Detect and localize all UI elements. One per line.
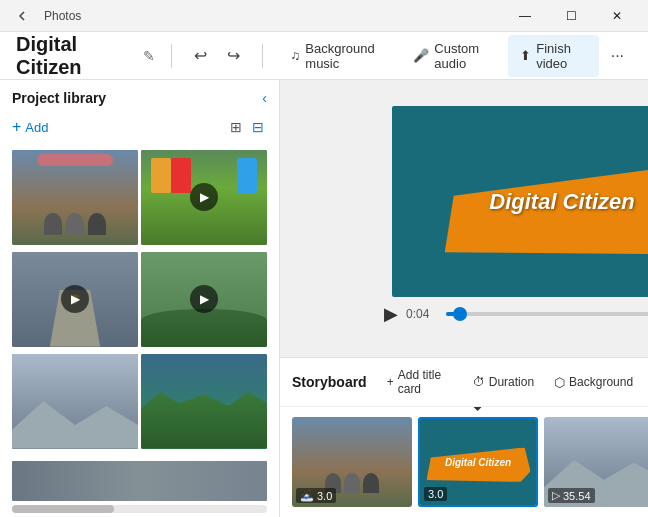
minimize-button[interactable]: — [502, 0, 548, 32]
undo-button[interactable]: ↩ [188, 42, 213, 69]
custom-audio-button[interactable]: 🎤 Custom audio [401, 35, 504, 77]
storyboard-item-selected[interactable]: Title card Digital Citizen 3.0 [418, 417, 538, 507]
storyboard-item-inner: ▷ 35.54 [544, 417, 648, 507]
preview-title: Digital Citizen [489, 189, 634, 215]
progress-handle[interactable] [453, 307, 467, 321]
media-item[interactable] [141, 354, 267, 449]
close-button[interactable]: ✕ [594, 0, 640, 32]
preview-brush-stroke [441, 167, 648, 265]
add-media-button[interactable]: + Add [12, 118, 48, 136]
panel-header: Project library ‹ [0, 80, 279, 112]
background-icon: ⬡ [554, 375, 565, 390]
separator-1 [171, 44, 172, 68]
storyboard-item-inner: 🗻 3.0 [292, 417, 412, 507]
play-overlay: ▶ [190, 285, 218, 313]
sb-item-duration: ▷ 35.54 [548, 488, 595, 503]
panel-title: Project library [12, 90, 106, 106]
plus-icon: + [387, 375, 394, 389]
more-options-button[interactable]: ··· [603, 43, 632, 69]
media-grid: ▶ ▶ 💡 ▶ [0, 146, 279, 457]
play-overlay: ▶ [190, 183, 218, 211]
clock-icon: ⏱ [473, 375, 485, 389]
media-item[interactable] [12, 354, 138, 449]
mic-icon: 🎤 [413, 48, 429, 63]
duration-label: Duration [489, 375, 534, 389]
video-icon: ▷ [552, 489, 560, 502]
add-title-card-label: Add title card [398, 368, 453, 396]
right-panel: Digital Citizen ▶ 0:04 1:18 ⛶ Storyboard [280, 80, 648, 517]
left-panel: Project library ‹ + Add ⊞ ⊟ [0, 80, 280, 517]
storyboard-title: Storyboard [292, 374, 367, 390]
sb-item-duration: 🗻 3.0 [296, 488, 336, 503]
scrollbar-thumb [12, 505, 114, 513]
add-label: Add [25, 120, 48, 135]
grid-view-button[interactable]: ⊞ [227, 116, 245, 138]
background-music-label: Background music [305, 41, 385, 71]
collapse-panel-button[interactable]: ‹ [262, 90, 267, 106]
progress-bar[interactable] [446, 312, 648, 316]
custom-audio-label: Custom audio [434, 41, 492, 71]
sb-title-text: Digital Citizen [445, 457, 511, 468]
storyboard-toolbar: Storyboard + Add title card ⏱ Duration ⬡… [280, 358, 648, 407]
title-bar: Photos — ☐ ✕ [0, 0, 648, 32]
thumbnail-strip [12, 461, 267, 501]
redo-button[interactable]: ↪ [221, 42, 246, 69]
project-title: Digital Citizen [16, 33, 127, 79]
storyboard-items: 🗻 3.0 Title card Digital Citizen [280, 407, 648, 517]
finish-video-button[interactable]: ⬆ Finish video [508, 35, 599, 77]
photo-icon: 🗻 [300, 489, 314, 502]
media-item[interactable]: ▶ [141, 252, 267, 347]
main-content: Project library ‹ + Add ⊞ ⊟ [0, 80, 648, 517]
media-item[interactable]: ▶ [141, 150, 267, 245]
storyboard-item[interactable]: 🗻 3.0 [292, 417, 412, 507]
list-view-button[interactable]: ⊟ [249, 116, 267, 138]
play-button[interactable]: ▶ [384, 303, 398, 325]
storyboard-section: Storyboard + Add title card ⏱ Duration ⬡… [280, 357, 648, 517]
export-icon: ⬆ [520, 48, 531, 63]
add-toolbar: + Add ⊞ ⊟ [0, 112, 279, 146]
edit-title-icon[interactable]: ✎ [143, 48, 155, 64]
maximize-button[interactable]: ☐ [548, 0, 594, 32]
playback-controls: ▶ 0:04 1:18 ⛶ [372, 297, 648, 331]
separator-2 [262, 44, 263, 68]
preview-background: Digital Citizen [392, 106, 648, 297]
music-icon: ♫ [291, 48, 301, 63]
storyboard-item[interactable]: ▷ 35.54 [544, 417, 648, 507]
app-toolbar: Digital Citizen ✎ ↩ ↪ ♫ Background music… [0, 32, 648, 80]
current-time: 0:04 [406, 307, 438, 321]
preview-container: Digital Citizen [392, 106, 648, 297]
sb-item-duration: 3.0 [424, 487, 447, 501]
duration-button[interactable]: ⏱ Duration [465, 371, 542, 393]
storyboard-item-inner: Digital Citizen 3.0 [418, 417, 538, 507]
video-preview: Digital Citizen ▶ 0:04 1:18 ⛶ [280, 80, 648, 357]
play-overlay: ▶ [61, 285, 89, 313]
add-title-card-button[interactable]: + Add title card [379, 364, 461, 400]
back-button[interactable] [8, 2, 36, 30]
horizontal-scrollbar[interactable] [12, 505, 267, 513]
background-music-button[interactable]: ♫ Background music [279, 35, 398, 77]
media-item[interactable] [12, 150, 138, 245]
finish-video-label: Finish video [536, 41, 587, 71]
media-item[interactable]: ▶ 💡 [12, 252, 138, 347]
app-name: Photos [44, 9, 81, 23]
background-button[interactable]: ⬡ Background [546, 371, 641, 394]
plus-icon: + [12, 118, 21, 136]
background-label: Background [569, 375, 633, 389]
